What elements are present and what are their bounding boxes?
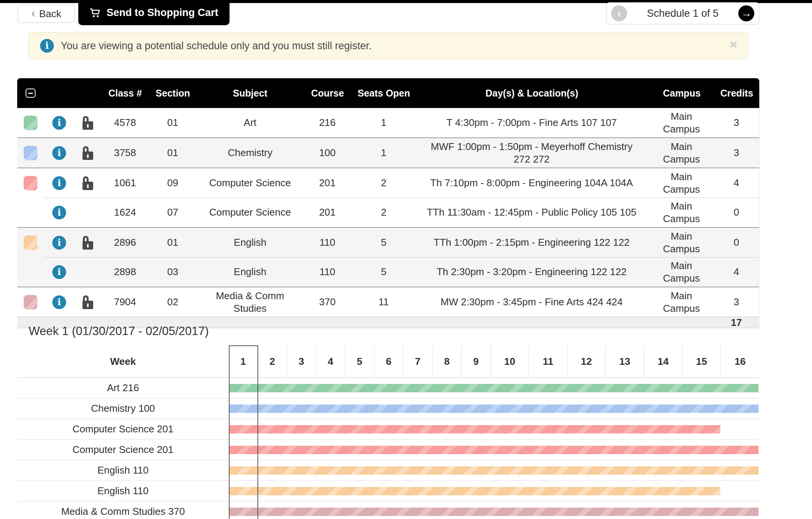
week-header-cell: 12 — [568, 345, 606, 377]
campus: Main Campus — [649, 108, 714, 137]
column-header-section: Section — [147, 86, 199, 100]
week-header-cell: 14 — [644, 345, 683, 377]
schedule-page: ‹ Back Send to Shopping Cart ‹ Schedule … — [0, 0, 812, 519]
class-number: 1061 — [103, 168, 147, 198]
unlock-icon[interactable] — [82, 295, 95, 309]
gantt-bar — [230, 425, 720, 434]
table-row: 1624 07 Computer Science 201 2 TTh 11:30… — [17, 198, 759, 227]
class-number: 7904 — [103, 287, 147, 317]
gantt-track — [229, 481, 759, 501]
info-icon[interactable] — [52, 206, 66, 219]
subject: English — [199, 228, 302, 257]
send-to-cart-button[interactable]: Send to Shopping Cart — [78, 0, 230, 25]
table-row: 2896 01 English 110 5 TTh 1:00pm - 2:15p… — [17, 227, 759, 257]
gantt-track — [229, 501, 759, 519]
credits: 3 — [714, 138, 759, 168]
unlock-icon[interactable] — [82, 236, 95, 250]
gantt-row: English 110 — [17, 460, 759, 481]
subject: Computer Science — [199, 168, 302, 198]
credits: 0 — [714, 198, 759, 227]
column-header-credits: Credits — [714, 86, 759, 100]
section: 09 — [147, 168, 199, 198]
info-icon[interactable] — [52, 236, 66, 250]
campus: Main Campus — [649, 198, 714, 227]
gantt-row: Media & Comm Studies 370 — [17, 501, 759, 519]
seats-open: 11 — [353, 287, 414, 317]
week-header-cell: 4 — [316, 345, 345, 377]
collapse-all-icon[interactable] — [26, 89, 36, 98]
gantt-track — [229, 419, 759, 439]
back-button[interactable]: ‹ Back — [18, 5, 75, 23]
course-color-swatch — [24, 146, 37, 160]
gantt-bar — [230, 508, 759, 516]
seats-open: 2 — [353, 198, 414, 227]
week-header-cell: 8 — [432, 345, 461, 377]
course-color-swatch — [24, 295, 37, 309]
gantt-row: Art 216 — [17, 378, 759, 398]
next-schedule-icon[interactable]: → — [738, 5, 754, 21]
campus: Main Campus — [649, 168, 714, 198]
gantt-row-label: Chemistry 100 — [17, 398, 229, 419]
unlock-icon[interactable] — [82, 176, 95, 190]
gantt-row-label: Computer Science 201 — [17, 440, 229, 460]
unlock-icon[interactable] — [82, 146, 95, 160]
days-locations: Th 7:10pm - 8:00pm - Engineering 104A 10… — [414, 168, 649, 198]
collapse-all-cell — [17, 87, 44, 99]
week-heading: Week 1 (01/30/2017 - 02/05/2017) — [29, 324, 209, 338]
gantt-row-label: Computer Science 201 — [17, 419, 229, 439]
info-icon[interactable] — [52, 146, 66, 160]
week-header-cell: 9 — [462, 345, 491, 377]
subject: English — [199, 257, 302, 287]
info-icon[interactable] — [52, 295, 66, 309]
seats-open: 5 — [353, 228, 414, 257]
class-number: 4578 — [103, 108, 147, 137]
table-row: 7904 02 Media & Comm Studies 370 11 MW 2… — [17, 287, 759, 317]
week-column-header: Week — [17, 345, 229, 377]
gantt-bar — [230, 446, 759, 454]
course: 201 — [302, 198, 353, 227]
week-header-cell: 15 — [683, 345, 721, 377]
days-locations: MW 2:30pm - 3:45pm - Fine Arts 424 424 — [414, 287, 649, 317]
credits: 0 — [714, 228, 759, 257]
week-header-cell: 7 — [403, 345, 432, 377]
seats-open: 5 — [353, 257, 414, 287]
campus: Main Campus — [649, 138, 714, 168]
week-header-cell: 3 — [287, 345, 316, 377]
gantt-row: English 110 — [17, 481, 759, 501]
course-color-swatch — [24, 176, 37, 190]
gantt-track — [229, 440, 759, 460]
credits: 4 — [714, 257, 759, 287]
column-header-class-number: Class # — [103, 86, 147, 100]
course-color-swatch — [24, 235, 37, 250]
gantt-row-label: Media & Comm Studies 370 — [17, 501, 229, 519]
column-header-subject: Subject — [199, 86, 302, 100]
credits: 3 — [714, 287, 759, 317]
section: 03 — [147, 257, 199, 287]
classes-table-header: Class # Section Subject Course Seats Ope… — [17, 78, 759, 108]
course: 370 — [302, 287, 353, 317]
week-header-cell: 2 — [258, 345, 287, 377]
unlock-icon[interactable] — [82, 116, 95, 130]
info-icon[interactable] — [52, 176, 66, 190]
close-icon[interactable]: × — [730, 38, 737, 51]
schedule-pager: ‹ Schedule 1 of 5 → — [606, 2, 759, 24]
course: 110 — [302, 228, 353, 257]
info-icon[interactable] — [52, 116, 66, 130]
seats-open: 1 — [353, 108, 414, 137]
info-icon[interactable] — [52, 265, 66, 279]
subject: Media & Comm Studies — [199, 287, 302, 317]
gantt-bar — [230, 487, 720, 495]
column-header-campus: Campus — [649, 86, 714, 100]
week-header-cell: 5 — [345, 345, 374, 377]
previous-schedule-icon[interactable]: ‹ — [611, 5, 627, 21]
class-number: 3758 — [103, 138, 147, 168]
week-header-cell: 1 — [229, 345, 258, 377]
seats-open: 1 — [353, 138, 414, 168]
gantt-row: Computer Science 201 — [17, 440, 759, 460]
week-header-cell: 6 — [374, 345, 403, 377]
credits: 3 — [714, 108, 759, 137]
column-header-days-locations: Day(s) & Location(s) — [414, 86, 649, 100]
table-row: 2898 03 English 110 5 Th 2:30pm - 3:20pm… — [17, 257, 759, 287]
gantt-row-label: English 110 — [17, 460, 229, 480]
campus: Main Campus — [649, 287, 714, 317]
